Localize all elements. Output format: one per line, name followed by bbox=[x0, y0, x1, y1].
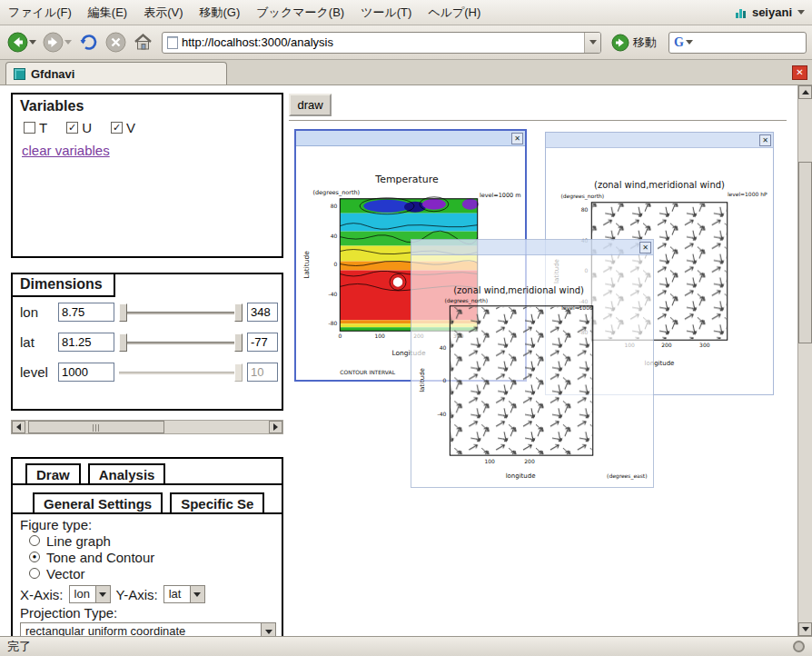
tab-gfdnavi[interactable]: Gfdnavi bbox=[5, 62, 227, 84]
lat-min-input[interactable] bbox=[58, 333, 114, 352]
menu-bookmarks[interactable]: ブックマーク(B) bbox=[248, 0, 352, 26]
scrollbar-thumb[interactable] bbox=[28, 421, 164, 433]
figure-type-line-graph[interactable]: Line graph bbox=[29, 532, 274, 549]
window-titlebar[interactable] bbox=[546, 133, 773, 148]
window-close-icon[interactable] bbox=[639, 242, 651, 253]
checkbox-V-label: V bbox=[126, 120, 135, 135]
scroll-down-button[interactable] bbox=[798, 622, 812, 636]
variable-V[interactable]: ✓ V bbox=[111, 120, 135, 135]
svg-text:100: 100 bbox=[484, 458, 495, 464]
home-button[interactable] bbox=[131, 30, 155, 55]
menu-view[interactable]: 表示(V) bbox=[135, 0, 191, 26]
menu-help[interactable]: ヘルプ(H) bbox=[420, 0, 489, 26]
plot-window-wind-overlay[interactable]: (zonal wind,meridional wind) (degrees_no… bbox=[411, 239, 654, 488]
main-vertical-scrollbar[interactable] bbox=[797, 85, 812, 636]
x-axis-value: lon bbox=[70, 586, 95, 602]
scrollbar-track[interactable] bbox=[25, 421, 269, 433]
svg-text:200: 200 bbox=[524, 458, 535, 464]
status-text: 完了 bbox=[7, 639, 31, 655]
url-history-dropdown[interactable] bbox=[584, 33, 600, 53]
lon-min-input[interactable] bbox=[58, 303, 114, 322]
window-close-icon[interactable] bbox=[511, 133, 523, 144]
back-dropdown-icon[interactable] bbox=[29, 40, 36, 45]
search-engine-icon[interactable]: G bbox=[669, 35, 685, 50]
y-axis-select[interactable]: lat bbox=[163, 585, 205, 603]
tab-analysis[interactable]: Analysis bbox=[88, 463, 166, 483]
projection-type-label: Projection Type: bbox=[20, 605, 274, 621]
scroll-up-button[interactable] bbox=[798, 85, 812, 99]
lat-slider[interactable] bbox=[119, 333, 243, 353]
lat-max-input[interactable] bbox=[247, 333, 278, 352]
tab-general-settings[interactable]: General Settings bbox=[33, 492, 163, 512]
go-label: 移動 bbox=[633, 35, 657, 51]
user-name: seiyani bbox=[752, 5, 792, 19]
left-frame-horizontal-scrollbar[interactable] bbox=[11, 420, 283, 434]
level-input[interactable] bbox=[58, 363, 114, 382]
radio-tone-contour[interactable]: ● bbox=[29, 552, 40, 562]
tab-specific-settings[interactable]: Specific Se bbox=[170, 492, 264, 512]
scrollbar-thumb[interactable] bbox=[798, 162, 812, 343]
url-input[interactable] bbox=[178, 35, 584, 49]
user-menu[interactable]: seiyani bbox=[735, 5, 812, 19]
settings-tabs: General Settings Specific Se bbox=[13, 488, 282, 514]
figure-type-vector[interactable]: Vector bbox=[29, 565, 274, 581]
checkbox-V[interactable]: ✓ bbox=[111, 122, 123, 134]
radio-line-graph-label: Line graph bbox=[46, 533, 111, 549]
svg-text:(degrees_north): (degrees_north) bbox=[312, 189, 360, 196]
level-slider[interactable] bbox=[119, 363, 243, 383]
checkbox-T[interactable] bbox=[24, 122, 35, 134]
search-input[interactable] bbox=[693, 35, 806, 49]
figure-type-tone-contour[interactable]: ● Tone and Contour bbox=[29, 549, 274, 565]
lat-slider-thumb-left[interactable] bbox=[119, 333, 127, 352]
window-close-icon[interactable] bbox=[759, 134, 771, 146]
level-slider-thumb[interactable] bbox=[234, 363, 243, 382]
tab-close-icon[interactable] bbox=[792, 65, 807, 80]
svg-text:0: 0 bbox=[338, 333, 342, 339]
menu-go[interactable]: 移動(G) bbox=[192, 0, 249, 26]
menu-edit[interactable]: 編集(E) bbox=[80, 0, 135, 26]
checkbox-U[interactable]: ✓ bbox=[66, 122, 78, 134]
forward-dropdown-icon[interactable] bbox=[64, 40, 72, 45]
window-titlebar[interactable] bbox=[411, 240, 653, 255]
projection-type-value: rectangular uniform coordinate bbox=[21, 623, 261, 636]
forward-icon bbox=[43, 32, 64, 53]
menu-file[interactable]: ファイル(F) bbox=[0, 0, 80, 26]
figure-type-label: Figure type: bbox=[20, 517, 274, 532]
svg-text:CONTOUR INTERVAL: CONTOUR INTERVAL bbox=[340, 369, 395, 375]
svg-text:level=1000 hP: level=1000 hP bbox=[728, 191, 767, 197]
y-axis-label: Y-Axis: bbox=[116, 587, 158, 602]
lon-max-input[interactable] bbox=[247, 303, 278, 322]
svg-text:40: 40 bbox=[440, 344, 447, 351]
reload-button[interactable] bbox=[76, 30, 101, 55]
svg-text:Latitude: Latitude bbox=[302, 251, 311, 279]
stop-button[interactable] bbox=[104, 30, 128, 55]
projection-type-select[interactable]: rectangular uniform coordinate bbox=[20, 622, 276, 636]
radio-line-graph[interactable] bbox=[29, 535, 40, 546]
home-icon bbox=[133, 32, 153, 53]
dimension-row-lat: lat bbox=[13, 327, 282, 357]
window-titlebar[interactable] bbox=[296, 131, 525, 146]
scroll-left-button[interactable] bbox=[12, 421, 25, 433]
variable-T[interactable]: T bbox=[24, 120, 47, 135]
dimensions-panel: Dimensions lon lat bbox=[11, 273, 283, 411]
forward-button[interactable] bbox=[41, 30, 74, 55]
tab-draw[interactable]: Draw bbox=[25, 463, 81, 483]
lon-slider-thumb-right[interactable] bbox=[234, 303, 243, 322]
tab-title: Gfdnavi bbox=[31, 67, 74, 81]
search-engine-dropdown-icon[interactable] bbox=[686, 40, 693, 45]
draw-button[interactable]: draw bbox=[289, 94, 332, 116]
back-button[interactable] bbox=[5, 30, 38, 55]
menu-tools[interactable]: ツール(T) bbox=[352, 0, 420, 26]
scroll-right-button[interactable] bbox=[269, 421, 282, 433]
variable-U[interactable]: ✓ U bbox=[66, 120, 92, 135]
level-max-input[interactable] bbox=[247, 363, 278, 382]
x-axis-select[interactable]: lon bbox=[69, 585, 111, 603]
lon-slider[interactable] bbox=[119, 303, 243, 323]
clear-variables-link[interactable]: clear variables bbox=[22, 143, 110, 158]
lat-slider-thumb-right[interactable] bbox=[234, 333, 243, 352]
radio-vector[interactable] bbox=[29, 568, 40, 579]
svg-text:200: 200 bbox=[661, 342, 672, 348]
lon-slider-thumb-left[interactable] bbox=[119, 303, 127, 322]
go-button[interactable]: 移動 bbox=[608, 32, 664, 54]
svg-text:0: 0 bbox=[443, 377, 447, 383]
